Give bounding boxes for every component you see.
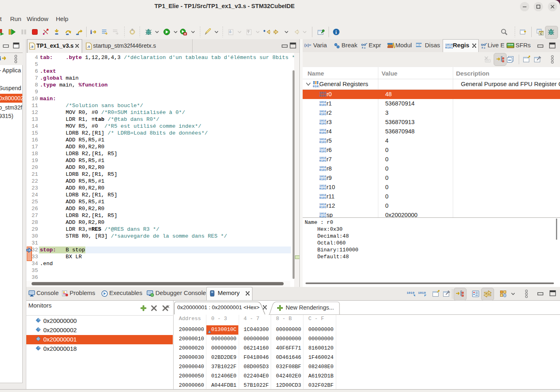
svg-text:0101: 0101 <box>319 159 326 162</box>
svg-text:0101: 0101 <box>445 46 453 49</box>
svg-text:0101: 0101 <box>319 122 326 125</box>
svg-text:0101: 0101 <box>319 150 326 153</box>
svg-text:0101: 0101 <box>319 206 326 209</box>
svg-text:0101: 0101 <box>313 85 319 88</box>
svg-text:.s: .s <box>30 44 34 48</box>
svg-text:0101: 0101 <box>319 131 326 134</box>
svg-text:=: = <box>484 46 486 49</box>
svg-text:1010: 1010 <box>418 291 426 295</box>
svg-text:C: C <box>540 32 543 36</box>
svg-text:0101: 0101 <box>319 196 326 199</box>
svg-text:i: i <box>335 29 337 35</box>
svg-text:1010: 1010 <box>407 291 414 295</box>
svg-text:=: = <box>364 46 366 49</box>
svg-text:i: i <box>90 29 92 35</box>
svg-text:0101: 0101 <box>319 113 326 116</box>
svg-text:0101: 0101 <box>319 178 326 181</box>
svg-text:0101: 0101 <box>319 169 326 171</box>
svg-text:.s: .s <box>87 44 90 48</box>
svg-text:0101: 0101 <box>319 187 326 190</box>
svg-text:0101: 0101 <box>319 141 326 143</box>
svg-text:i: i <box>0 55 1 61</box>
svg-text:x: x <box>362 46 363 49</box>
svg-text:x: x <box>482 46 483 49</box>
svg-text:0101: 0101 <box>319 103 326 106</box>
svg-text:0101: 0101 <box>319 94 326 97</box>
